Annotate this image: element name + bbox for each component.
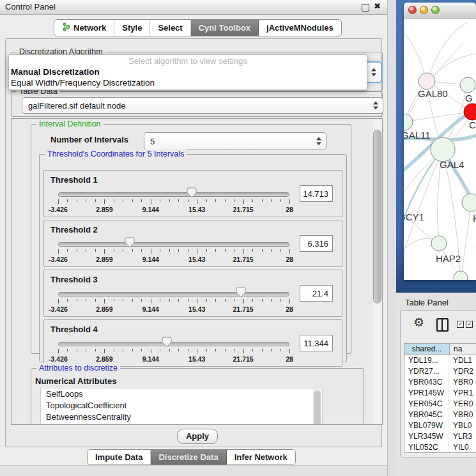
threshold-value-field[interactable]: 6.316 <box>300 235 333 252</box>
float-window-icon[interactable] <box>362 4 369 12</box>
tick-mark <box>271 349 272 351</box>
tab-cyni-toolbox[interactable]: Cyni Toolbox <box>191 20 259 36</box>
dropdown-hint-option[interactable]: Select algorithm to view settings <box>9 56 367 66</box>
slider-track[interactable] <box>58 192 289 197</box>
slider-knob[interactable] <box>187 187 197 198</box>
scrollbar-thumb[interactable] <box>373 130 381 303</box>
threshold-label: Threshold 1 <box>50 175 98 185</box>
table-cell[interactable]: YDR27... <box>404 366 449 377</box>
tab-infer-network[interactable]: Infer Network <box>227 450 295 464</box>
threshold-slider[interactable]: -3.4262.8599.14415.4321.71528 <box>58 186 289 215</box>
network-edge[interactable] <box>427 22 468 81</box>
tick-mark <box>234 199 234 202</box>
number-of-intervals-combobox[interactable]: 5 <box>144 132 326 150</box>
tick-mark <box>197 349 197 353</box>
network-node[interactable] <box>431 137 455 162</box>
slider-track[interactable] <box>58 292 289 296</box>
table-cell[interactable]: YLR3 <box>449 431 476 442</box>
column-header-name[interactable]: na <box>450 344 476 355</box>
tick-mark <box>114 199 114 202</box>
tick-mark <box>132 249 133 252</box>
tab-discretize-data[interactable]: Discretize Data <box>151 450 226 464</box>
table-cell[interactable]: YDL19... <box>404 355 449 366</box>
slider-knob[interactable] <box>236 287 246 298</box>
dropdown-option-equal-width[interactable]: Equal Width/Frequency Discretization <box>9 77 367 88</box>
network-node[interactable] <box>462 194 476 211</box>
table-cell[interactable]: YBR0 <box>449 377 476 388</box>
tick-mark <box>95 299 96 302</box>
tab-network[interactable]: Network <box>54 20 114 36</box>
network-node[interactable] <box>464 104 476 120</box>
column-header-shared-name[interactable]: shared... <box>404 344 450 355</box>
attributes-scrollbar[interactable] <box>313 389 321 425</box>
table-row[interactable]: YDR27...YDR2 <box>404 366 476 377</box>
network-node[interactable] <box>460 77 475 93</box>
table-row[interactable]: YBR043CYBR0 <box>404 377 476 388</box>
tab-select[interactable]: Select <box>150 20 190 36</box>
threshold-slider[interactable]: -3.4262.8599.14415.4321.71528 <box>58 335 289 365</box>
network-view-window[interactable]: GAL80GCGAL11GAL4GCY1HHAP2 <box>404 3 476 280</box>
table-cell[interactable]: YLR345W <box>404 431 449 442</box>
gear-icon[interactable]: ⚙ <box>413 315 424 329</box>
column-visibility-icon[interactable]: ✓ ✓ <box>457 321 473 328</box>
table-cell[interactable]: YIL0 <box>449 442 476 453</box>
slider-ticks <box>58 199 289 204</box>
close-icon[interactable]: ✖ <box>374 1 381 11</box>
table-cell[interactable]: YBR0 <box>449 410 476 420</box>
table-data-combobox[interactable]: galFiltered.sif default node <box>22 97 383 114</box>
table-cell[interactable]: YBR043C <box>404 377 449 388</box>
table-cell[interactable]: YPR145W <box>404 388 449 399</box>
numerical-attributes-list[interactable]: SelfLoopsTopologicalCoefficientBetweenne… <box>40 388 323 425</box>
tick-mark <box>252 349 253 351</box>
split-columns-icon[interactable] <box>436 318 449 332</box>
settings-vertical-scrollbar[interactable] <box>372 119 381 424</box>
table-cell[interactable]: YIL052C <box>404 442 449 453</box>
tab-impute-data[interactable]: Impute Data <box>88 450 151 464</box>
slider-scale-label: 28 <box>286 305 293 313</box>
table-cell[interactable]: YDL1 <box>449 355 476 366</box>
tab-network-label: Network <box>73 23 106 33</box>
table-cell[interactable]: YBL079W <box>404 420 449 431</box>
table-row[interactable]: YIL052CYIL0 <box>404 442 476 453</box>
table-cell[interactable]: YER0 <box>449 399 476 410</box>
attribute-item[interactable]: BetweennessCentrality <box>41 411 322 423</box>
threshold-value-field[interactable]: 21.4 <box>300 285 333 302</box>
slider-knob[interactable] <box>125 237 135 248</box>
scrollbar-thumb[interactable] <box>314 390 321 425</box>
table-cell[interactable]: YBL0 <box>449 420 476 431</box>
close-window-icon[interactable] <box>408 6 417 14</box>
tab-jactivemnodules[interactable]: jActiveMNodules <box>259 20 341 36</box>
threshold-value-field[interactable]: 14.713 <box>300 185 333 202</box>
dropdown-option-manual[interactable]: Manual Discretization <box>9 66 367 77</box>
apply-button[interactable]: Apply <box>177 429 218 444</box>
minimize-window-icon[interactable] <box>420 6 428 14</box>
table-row[interactable]: YPR145WYPR1 <box>404 388 476 399</box>
table-cell[interactable]: YPR1 <box>449 388 476 399</box>
threshold-slider[interactable]: -3.4262.8599.14415.4321.71528 <box>58 286 289 315</box>
network-edge[interactable] <box>404 203 439 243</box>
attribute-item[interactable]: SelfLoops <box>41 388 322 400</box>
table-cell[interactable]: YDR2 <box>449 366 476 377</box>
table-row[interactable]: YBL079WYBL0 <box>404 420 476 431</box>
slider-track[interactable] <box>58 342 289 346</box>
network-node[interactable] <box>418 73 435 89</box>
network-node[interactable] <box>431 236 447 251</box>
zoom-window-icon[interactable] <box>431 6 440 14</box>
network-edge[interactable] <box>461 203 471 278</box>
tab-style[interactable]: Style <box>114 20 150 36</box>
table-row[interactable]: YDL19...YDL1 <box>404 355 476 366</box>
table-cell[interactable]: YBR045C <box>404 410 449 420</box>
attribute-item[interactable]: TopologicalCoefficient <box>41 400 322 411</box>
network-canvas[interactable]: GAL80GCGAL11GAL4GCY1HHAP2 <box>404 19 476 280</box>
slider-track[interactable] <box>58 242 289 247</box>
table-row[interactable]: YER054CYER0 <box>404 399 476 410</box>
table-row[interactable]: YLR345WYLR3 <box>404 431 476 442</box>
table-cell[interactable]: YER054C <box>404 399 449 410</box>
tick-mark <box>141 349 142 351</box>
table-row[interactable]: YBR045CYBR0 <box>404 410 476 420</box>
slider-knob[interactable] <box>162 337 172 348</box>
app-root: Control Panel ✖ Network Style Select <box>0 0 476 476</box>
threshold-slider[interactable]: -3.4262.8599.14415.4321.71528 <box>58 236 289 265</box>
network-node[interactable] <box>454 271 468 280</box>
threshold-value-field[interactable]: 11.344 <box>300 335 333 351</box>
